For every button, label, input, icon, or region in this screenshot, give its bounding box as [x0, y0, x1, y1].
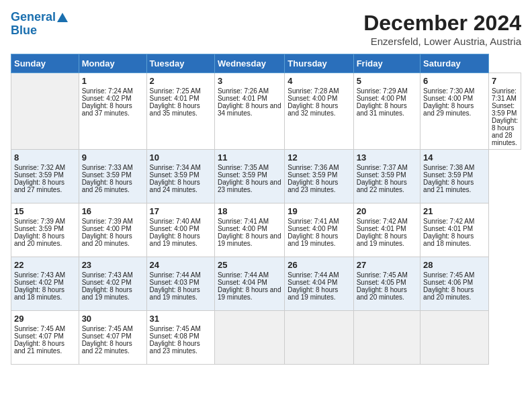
sunset: Sunset: 4:07 PM	[82, 332, 132, 340]
header-day-sunday: Sunday	[11, 54, 79, 73]
calendar-header-row: SundayMondayTuesdayWednesdayThursdayFrid…	[11, 54, 521, 73]
calendar-week-4: 22 Sunrise: 7:43 AM Sunset: 4:02 PM Dayl…	[11, 257, 521, 311]
day-number: 1	[82, 76, 144, 86]
calendar-cell: 11 Sunrise: 7:35 AM Sunset: 3:59 PM Dayl…	[214, 150, 284, 203]
day-number: 13	[357, 152, 417, 163]
calendar-cell: 18 Sunrise: 7:41 AM Sunset: 4:00 PM Dayl…	[214, 203, 284, 257]
day-number: 5	[357, 76, 417, 86]
title-area: December 2024 Enzersfeld, Lower Austria,…	[363, 11, 521, 47]
daylight: Daylight: 8 hours and 23 minutes.	[150, 340, 200, 355]
logo-text-blue: Blue	[11, 24, 68, 38]
sunrise: Sunrise: 7:24 AM	[82, 87, 133, 95]
calendar-cell: 6 Sunrise: 7:30 AM Sunset: 4:00 PM Dayli…	[420, 73, 489, 150]
calendar-week-2: 8 Sunrise: 7:32 AM Sunset: 3:59 PM Dayli…	[11, 150, 521, 203]
calendar-cell: 7 Sunrise: 7:31 AM Sunset: 3:59 PM Dayli…	[489, 73, 521, 150]
daylight: Daylight: 8 hours and 22 minutes.	[82, 340, 132, 355]
daylight: Daylight: 8 hours and 23 minutes.	[287, 179, 338, 193]
calendar-cell	[11, 73, 79, 150]
sunset: Sunset: 4:05 PM	[357, 279, 406, 286]
calendar-cell: 30 Sunrise: 7:45 AM Sunset: 4:07 PM Dayl…	[79, 311, 146, 365]
sunrise: Sunrise: 7:30 AM	[423, 87, 474, 95]
daylight: Daylight: 8 hours and 34 minutes.	[218, 102, 281, 117]
sunrise: Sunrise: 7:43 AM	[14, 271, 65, 279]
sunset: Sunset: 4:00 PM	[150, 225, 200, 232]
calendar-cell: 5 Sunrise: 7:29 AM Sunset: 4:00 PM Dayli…	[353, 73, 420, 150]
page-title: December 2024	[363, 11, 521, 36]
calendar-cell: 2 Sunrise: 7:25 AM Sunset: 4:01 PM Dayli…	[146, 73, 214, 150]
sunrise: Sunrise: 7:41 AM	[287, 218, 339, 225]
header: General Blue December 2024 Enzersfeld, L…	[11, 11, 521, 47]
sunset: Sunset: 4:01 PM	[423, 225, 473, 232]
calendar-cell: 24 Sunrise: 7:44 AM Sunset: 4:03 PM Dayl…	[146, 257, 214, 311]
sunrise: Sunrise: 7:36 AM	[287, 164, 339, 171]
calendar-cell: 8 Sunrise: 7:32 AM Sunset: 3:59 PM Dayli…	[11, 150, 79, 203]
sunrise: Sunrise: 7:31 AM	[492, 87, 517, 102]
logo-text-general: General	[11, 11, 56, 24]
calendar-week-1: 1 Sunrise: 7:24 AM Sunset: 4:02 PM Dayli…	[11, 73, 521, 150]
daylight: Daylight: 8 hours and 19 minutes.	[218, 232, 281, 247]
sunset: Sunset: 3:59 PM	[14, 225, 64, 232]
calendar-cell	[285, 311, 353, 365]
sunset: Sunset: 4:00 PM	[82, 225, 132, 232]
calendar-cell: 19 Sunrise: 7:41 AM Sunset: 4:00 PM Dayl…	[285, 203, 353, 257]
sunrise: Sunrise: 7:45 AM	[423, 271, 474, 279]
day-number: 23	[82, 260, 144, 270]
svg-marker-0	[57, 13, 68, 22]
sunrise: Sunrise: 7:45 AM	[14, 325, 65, 332]
calendar-cell: 15 Sunrise: 7:39 AM Sunset: 3:59 PM Dayl…	[11, 203, 79, 257]
sunset: Sunset: 4:07 PM	[14, 332, 64, 340]
day-number: 29	[14, 314, 76, 324]
sunset: Sunset: 4:00 PM	[357, 95, 406, 102]
day-number: 2	[150, 76, 212, 86]
daylight: Daylight: 8 hours and 29 minutes.	[423, 102, 474, 117]
daylight: Daylight: 8 hours and 19 minutes.	[150, 232, 200, 247]
daylight: Daylight: 8 hours and 35 minutes.	[150, 102, 200, 117]
calendar-cell: 25 Sunrise: 7:44 AM Sunset: 4:04 PM Dayl…	[214, 257, 284, 311]
sunrise: Sunrise: 7:39 AM	[14, 218, 65, 225]
day-number: 24	[150, 260, 212, 270]
sunset: Sunset: 4:00 PM	[218, 225, 267, 232]
calendar-cell: 14 Sunrise: 7:38 AM Sunset: 3:59 PM Dayl…	[420, 150, 489, 203]
calendar-table: SundayMondayTuesdayWednesdayThursdayFrid…	[11, 54, 521, 365]
daylight: Daylight: 8 hours and 19 minutes.	[218, 286, 281, 301]
calendar-cell: 21 Sunrise: 7:42 AM Sunset: 4:01 PM Dayl…	[420, 203, 489, 257]
sunrise: Sunrise: 7:29 AM	[357, 87, 408, 95]
sunset: Sunset: 3:59 PM	[82, 171, 132, 179]
calendar-cell: 12 Sunrise: 7:36 AM Sunset: 3:59 PM Dayl…	[285, 150, 353, 203]
daylight: Daylight: 8 hours and 26 minutes.	[82, 179, 132, 193]
calendar-cell: 1 Sunrise: 7:24 AM Sunset: 4:02 PM Dayli…	[79, 73, 146, 150]
day-number: 10	[150, 152, 212, 163]
calendar-cell: 4 Sunrise: 7:28 AM Sunset: 4:00 PM Dayli…	[285, 73, 353, 150]
day-number: 18	[218, 206, 281, 216]
sunset: Sunset: 4:04 PM	[218, 279, 267, 286]
sunset: Sunset: 4:00 PM	[423, 95, 473, 102]
day-number: 21	[423, 206, 486, 216]
day-number: 11	[218, 152, 281, 163]
sunset: Sunset: 4:02 PM	[14, 279, 64, 286]
calendar-week-3: 15 Sunrise: 7:39 AM Sunset: 3:59 PM Dayl…	[11, 203, 521, 257]
day-number: 3	[218, 76, 281, 86]
calendar-week-5: 29 Sunrise: 7:45 AM Sunset: 4:07 PM Dayl…	[11, 311, 521, 365]
day-number: 12	[287, 152, 350, 163]
sunset: Sunset: 3:59 PM	[218, 171, 267, 179]
daylight: Daylight: 8 hours and 20 minutes.	[357, 286, 407, 301]
sunrise: Sunrise: 7:38 AM	[423, 164, 474, 171]
sunrise: Sunrise: 7:42 AM	[357, 218, 408, 225]
daylight: Daylight: 8 hours and 19 minutes.	[150, 286, 200, 301]
sunset: Sunset: 3:59 PM	[423, 171, 473, 179]
daylight: Daylight: 8 hours and 21 minutes.	[423, 179, 474, 193]
daylight: Daylight: 8 hours and 19 minutes.	[287, 286, 338, 301]
sunrise: Sunrise: 7:44 AM	[150, 271, 201, 279]
sunrise: Sunrise: 7:40 AM	[150, 218, 201, 225]
daylight: Daylight: 8 hours and 27 minutes.	[14, 179, 64, 193]
calendar-cell: 29 Sunrise: 7:45 AM Sunset: 4:07 PM Dayl…	[11, 311, 79, 365]
sunset: Sunset: 4:02 PM	[82, 95, 132, 102]
sunrise: Sunrise: 7:25 AM	[150, 87, 201, 95]
logo-icon	[57, 12, 68, 23]
day-number: 19	[287, 206, 350, 216]
day-number: 16	[82, 206, 144, 216]
sunrise: Sunrise: 7:45 AM	[150, 325, 201, 332]
sunset: Sunset: 4:01 PM	[218, 95, 267, 102]
calendar-cell: 3 Sunrise: 7:26 AM Sunset: 4:01 PM Dayli…	[214, 73, 284, 150]
day-number: 17	[150, 206, 212, 216]
